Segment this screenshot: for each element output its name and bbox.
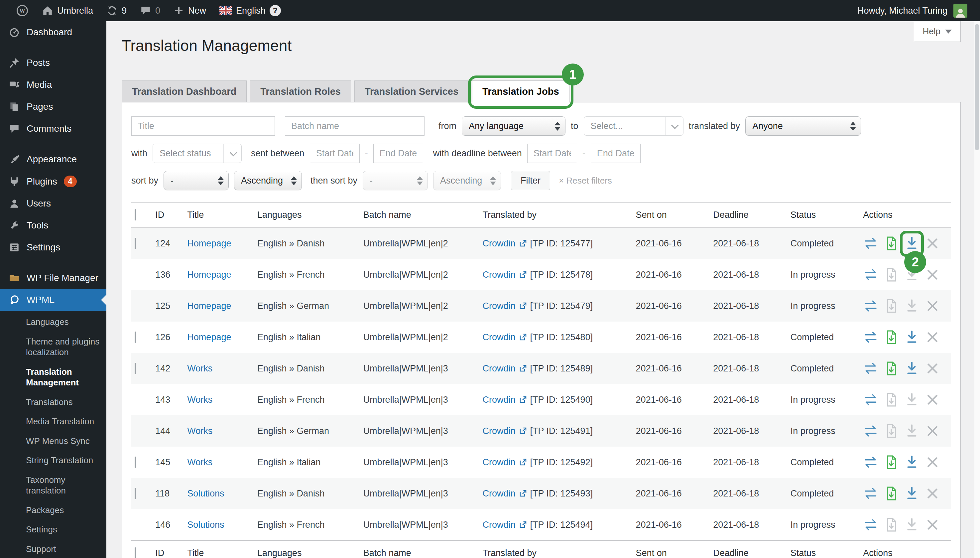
tab-translation-jobs[interactable]: Translation Jobs 1 xyxy=(472,80,569,102)
title-filter-input[interactable] xyxy=(131,117,275,136)
sync-icon[interactable] xyxy=(863,392,878,407)
cancel-icon[interactable] xyxy=(925,236,940,251)
filter-button[interactable]: Filter xyxy=(511,171,550,190)
help-question-icon[interactable]: ? xyxy=(270,5,281,16)
job-title-link[interactable]: Works xyxy=(187,395,212,405)
sync-icon[interactable] xyxy=(863,298,878,313)
submenu-item-settings[interactable]: Settings xyxy=(0,520,107,539)
batch-name-filter-input[interactable] xyxy=(285,117,424,136)
translator-link[interactable]: Crowdin xyxy=(482,332,515,343)
submenu-item-support[interactable]: Support xyxy=(0,539,107,558)
tab-translation-services[interactable]: Translation Services xyxy=(354,80,469,102)
comments-menu-item[interactable]: 0 xyxy=(133,0,167,21)
cancel-icon[interactable] xyxy=(925,298,940,313)
new-menu-item[interactable]: New xyxy=(167,0,213,21)
sidebar-item-wpml[interactable]: WPML xyxy=(0,289,107,311)
submenu-item-media-translation[interactable]: Media Translation xyxy=(0,412,107,431)
cancel-icon[interactable] xyxy=(925,267,940,282)
sent-end-date-input[interactable] xyxy=(373,144,423,163)
sidebar-item-tools[interactable]: Tools xyxy=(0,215,107,236)
submenu-item-string-translation[interactable]: String Translation xyxy=(0,451,107,470)
from-language-select[interactable]: Any language xyxy=(462,117,565,136)
sidebar-item-pages[interactable]: Pages xyxy=(0,96,107,118)
sidebar-item-dashboard[interactable]: Dashboard xyxy=(0,21,107,43)
job-title-link[interactable]: Homepage xyxy=(187,301,231,311)
deadline-end-date-input[interactable] xyxy=(591,144,641,163)
submenu-item-translations[interactable]: Translations xyxy=(0,392,107,412)
translator-link[interactable]: Crowdin xyxy=(482,270,515,280)
download-icon[interactable] xyxy=(904,517,919,532)
howdy-label[interactable]: Howdy, Michael Turing xyxy=(857,6,947,16)
site-menu-item[interactable]: Umbrella xyxy=(35,0,100,21)
sync-icon[interactable] xyxy=(863,236,878,251)
language-switcher[interactable]: English ? xyxy=(213,0,288,21)
submenu-item-theme-and-plugins-localization[interactable]: Theme and plugins localization xyxy=(0,332,107,362)
select-all-checkbox[interactable] xyxy=(134,547,136,558)
translator-link[interactable]: Crowdin xyxy=(482,426,515,436)
sent-start-date-input[interactable] xyxy=(310,144,360,163)
sort-order-select[interactable]: Ascending xyxy=(234,171,302,190)
cancel-icon[interactable] xyxy=(925,486,940,501)
job-title-link[interactable]: Homepage xyxy=(187,270,231,280)
doc-download-icon[interactable] xyxy=(883,423,899,438)
sidebar-item-settings[interactable]: Settings xyxy=(0,236,107,258)
doc-download-icon[interactable] xyxy=(883,330,899,345)
submenu-item-packages[interactable]: Packages xyxy=(0,501,107,520)
sync-icon[interactable] xyxy=(863,267,878,282)
cancel-icon[interactable] xyxy=(925,455,940,470)
sidebar-item-users[interactable]: Users xyxy=(0,192,107,215)
cancel-icon[interactable] xyxy=(925,330,940,345)
download-icon[interactable] xyxy=(904,392,919,407)
wordpress-logo-icon[interactable]: W xyxy=(9,0,35,21)
select-all-checkbox[interactable] xyxy=(134,209,136,220)
translator-link[interactable]: Crowdin xyxy=(482,301,515,311)
tab-translation-dashboard[interactable]: Translation Dashboard xyxy=(122,80,247,102)
sort-by-select[interactable]: - xyxy=(164,171,229,190)
doc-download-icon[interactable] xyxy=(883,298,899,313)
doc-download-icon[interactable] xyxy=(883,267,899,282)
sync-icon[interactable] xyxy=(863,361,878,376)
help-button[interactable]: Help xyxy=(914,21,961,42)
cancel-icon[interactable] xyxy=(925,361,940,376)
row-checkbox[interactable] xyxy=(134,363,136,374)
cancel-icon[interactable] xyxy=(925,423,940,438)
sidebar-item-comments[interactable]: Comments xyxy=(0,118,107,140)
sidebar-item-plugins[interactable]: Plugins4 xyxy=(0,170,107,192)
translator-link[interactable]: Crowdin xyxy=(482,520,515,530)
sync-icon[interactable] xyxy=(863,330,878,345)
job-title-link[interactable]: Solutions xyxy=(187,520,224,530)
then-sort-by-select[interactable]: - xyxy=(363,171,428,190)
download-icon[interactable] xyxy=(904,423,919,438)
row-checkbox[interactable] xyxy=(134,456,136,468)
download-icon[interactable] xyxy=(904,361,919,376)
submenu-item-taxonomy-translation[interactable]: Taxonomy translation xyxy=(0,470,107,501)
sidebar-item-posts[interactable]: Posts xyxy=(0,52,107,74)
sync-icon[interactable] xyxy=(863,486,878,501)
doc-download-icon[interactable] xyxy=(883,486,899,501)
job-title-link[interactable]: Homepage xyxy=(187,332,231,342)
reset-filters-link[interactable]: × Reset filters xyxy=(559,176,612,186)
status-select[interactable]: Select status xyxy=(152,144,242,163)
translated-by-select[interactable]: Anyone xyxy=(745,117,861,136)
doc-download-icon[interactable] xyxy=(883,455,899,470)
scrollbar-track[interactable] xyxy=(974,21,980,558)
job-title-link[interactable]: Works xyxy=(187,426,212,436)
doc-download-icon[interactable] xyxy=(883,392,899,407)
scrollbar-thumb[interactable] xyxy=(975,24,979,150)
sync-icon[interactable] xyxy=(863,455,878,470)
tab-translation-roles[interactable]: Translation Roles xyxy=(250,80,351,102)
translator-link[interactable]: Crowdin xyxy=(482,489,515,499)
job-title-link[interactable]: Works xyxy=(187,363,212,373)
doc-download-icon[interactable] xyxy=(883,236,899,251)
sidebar-item-wp-file-manager[interactable]: WP File Manager xyxy=(0,267,107,289)
row-checkbox[interactable] xyxy=(134,488,136,499)
download-icon[interactable] xyxy=(904,330,919,345)
job-title-link[interactable]: Works xyxy=(187,457,212,467)
download-icon[interactable] xyxy=(904,236,919,251)
row-checkbox[interactable] xyxy=(134,332,136,343)
download-icon[interactable] xyxy=(904,486,919,501)
sync-icon[interactable] xyxy=(863,517,878,532)
cancel-icon[interactable] xyxy=(925,517,940,532)
cancel-icon[interactable] xyxy=(925,392,940,407)
translator-link[interactable]: Crowdin xyxy=(482,238,515,249)
